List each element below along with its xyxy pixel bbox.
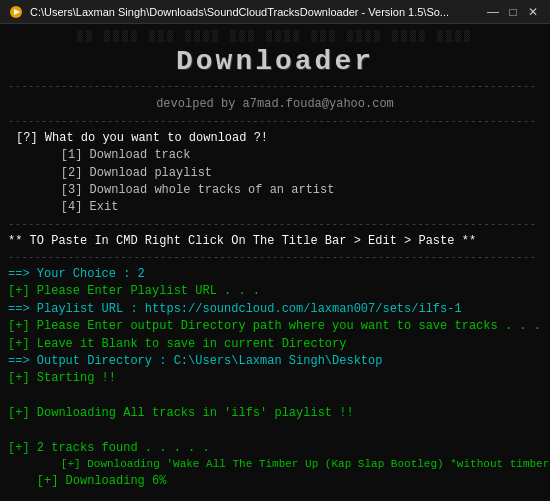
divider-4: ----------------------------------------… <box>8 250 542 266</box>
enter-url-line: [+] Please Enter Playlist URL . . . <box>8 283 542 300</box>
menu-item-2: [2] Download playlist <box>8 165 542 182</box>
tracks-found-line: [+] 2 tracks found . . . . . <box>8 440 542 457</box>
divider-2: ----------------------------------------… <box>8 114 542 130</box>
menu-header: [?] What do you want to download ?! <box>8 130 542 147</box>
playlist-url-line: ==> Playlist URL : https://soundcloud.co… <box>8 301 542 318</box>
menu-item-3: [3] Download whole tracks of an artist <box>8 182 542 199</box>
window-controls: — □ ✕ <box>484 3 542 21</box>
blank-line-1 <box>8 388 542 405</box>
enter-output-line: [+] Please Enter output Directory path w… <box>8 318 542 335</box>
starting-line: [+] Starting !! <box>8 370 542 387</box>
blank-hint-line: [+] Leave it Blank to save in current Di… <box>8 336 542 353</box>
app-icon <box>8 4 24 20</box>
title-bar: C:\Users\Laxman Singh\Downloads\SoundClo… <box>0 0 550 24</box>
ascii-art-row1: ░░ ░░░░ ░░░ ░░░░ ░░░ ░░░░ ░░░ ░░░░ ░░░░ … <box>8 30 542 43</box>
credit-line: devolped by a7mad.fouda@yahoo.com <box>8 96 542 113</box>
window: C:\Users\Laxman Singh\Downloads\SoundClo… <box>0 0 550 501</box>
choice-line: ==> Your Choice : 2 <box>8 266 542 283</box>
terminal-window: ░░ ░░░░ ░░░ ░░░░ ░░░ ░░░░ ░░░ ░░░░ ░░░░ … <box>0 24 550 501</box>
close-button[interactable]: ✕ <box>524 3 542 21</box>
progress-line: [+] Downloading 6% <box>8 473 542 490</box>
downloading-all-line: [+] Downloading All tracks in 'ilfs' pla… <box>8 405 542 422</box>
menu-item-1: [1] Download track <box>8 147 542 164</box>
blank-line-2 <box>8 423 542 440</box>
ascii-art-title: Downloader <box>8 45 542 79</box>
title-bar-text: C:\Users\Laxman Singh\Downloads\SoundClo… <box>30 6 484 18</box>
track-downloading-line: [+] Downloading 'Wake All The Timber Up … <box>8 457 542 473</box>
paste-tip: ** TO Paste In CMD Right Click On The Ti… <box>8 233 542 250</box>
menu-item-4: [4] Exit <box>8 199 542 216</box>
divider-1: ----------------------------------------… <box>8 79 542 95</box>
minimize-button[interactable]: — <box>484 3 502 21</box>
maximize-button[interactable]: □ <box>504 3 522 21</box>
output-dir-line: ==> Output Directory : C:\Users\Laxman S… <box>8 353 542 370</box>
divider-3: ----------------------------------------… <box>8 217 542 233</box>
